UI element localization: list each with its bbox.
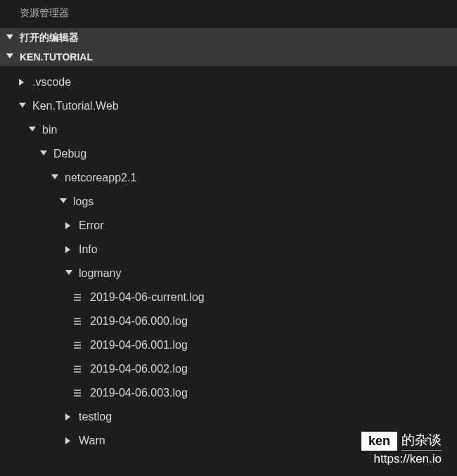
watermark-text: 的杂谈 [401, 431, 442, 451]
folder-item[interactable]: logmany [0, 262, 457, 285]
folder-item[interactable]: bin [0, 118, 457, 142]
chevron-right-icon [65, 221, 73, 230]
chevron-right-icon [65, 413, 73, 421]
svg-marker-9 [65, 246, 70, 253]
chevron-down-icon [18, 102, 27, 110]
svg-marker-0 [6, 34, 13, 39]
item-label: 2019-04-06.000.log [90, 315, 188, 328]
chevron-down-icon [6, 34, 14, 42]
folder-item[interactable]: Info [0, 238, 457, 262]
file-item[interactable]: 2019-04-06.001.log [0, 333, 457, 357]
file-icon [72, 388, 83, 398]
watermark: ken 的杂谈 https://ken.io [361, 431, 442, 466]
chevron-down-icon [65, 269, 73, 278]
explorer-title: 资源管理器 [0, 0, 457, 28]
folder-item[interactable]: netcoreapp2.1 [0, 166, 457, 190]
folder-item[interactable]: Error [0, 214, 457, 238]
folder-item[interactable]: Debug [0, 142, 457, 166]
item-label: Info [79, 243, 98, 256]
svg-marker-8 [65, 222, 70, 229]
svg-marker-5 [40, 150, 47, 155]
item-label: logs [73, 195, 94, 208]
item-label: .vscode [32, 76, 71, 89]
svg-marker-26 [65, 413, 70, 420]
chevron-down-icon [28, 126, 37, 134]
file-item[interactable]: 2019-04-06-current.log [0, 285, 457, 309]
item-label: Warn [79, 435, 105, 447]
watermark-badge: ken [361, 432, 397, 451]
folder-item[interactable]: .vscode [0, 70, 457, 94]
svg-marker-4 [29, 127, 36, 131]
file-icon [72, 340, 83, 350]
file-tree: .vscodeKen.Tutorial.WebbinDebugnetcoreap… [0, 66, 457, 453]
folder-item[interactable]: logs [0, 190, 457, 214]
item-label: Error [79, 219, 104, 232]
chevron-down-icon [39, 150, 48, 158]
file-icon [72, 292, 83, 302]
item-label: logmany [79, 267, 121, 280]
chevron-right-icon [65, 437, 73, 445]
svg-marker-2 [19, 79, 24, 86]
file-item[interactable]: 2019-04-06.000.log [0, 309, 457, 333]
svg-marker-7 [60, 198, 67, 203]
file-icon [72, 364, 83, 374]
chevron-down-icon [59, 198, 67, 206]
folder-item[interactable]: Ken.Tutorial.Web [0, 94, 457, 118]
workspace-label: KEN.TUTORIAL [20, 51, 93, 63]
item-label: Debug [53, 148, 86, 160]
chevron-right-icon [65, 245, 73, 254]
item-label: netcoreapp2.1 [65, 172, 136, 184]
svg-marker-27 [65, 437, 70, 444]
chevron-right-icon [18, 78, 27, 86]
item-label: Ken.Tutorial.Web [32, 100, 119, 112]
open-editors-label: 打开的编辑器 [20, 32, 79, 44]
file-item[interactable]: 2019-04-06.002.log [0, 357, 457, 381]
item-label: testlog [79, 411, 112, 423]
item-label: 2019-04-06.003.log [90, 387, 188, 399]
chevron-down-icon [6, 53, 14, 61]
svg-marker-1 [6, 53, 13, 58]
chevron-down-icon [51, 174, 59, 182]
item-label: 2019-04-06-current.log [90, 291, 205, 304]
item-label: bin [42, 124, 57, 136]
file-item[interactable]: 2019-04-06.003.log [0, 381, 457, 405]
svg-marker-3 [19, 103, 26, 108]
item-label: 2019-04-06.001.log [90, 339, 188, 352]
workspace-section[interactable]: KEN.TUTORIAL [0, 48, 457, 66]
open-editors-section[interactable]: 打开的编辑器 [0, 28, 457, 48]
svg-marker-6 [51, 174, 58, 179]
folder-item[interactable]: testlog [0, 405, 457, 429]
svg-marker-10 [65, 270, 72, 275]
item-label: 2019-04-06.002.log [90, 363, 188, 375]
file-icon [72, 316, 83, 326]
watermark-url: https://ken.io [361, 452, 442, 466]
